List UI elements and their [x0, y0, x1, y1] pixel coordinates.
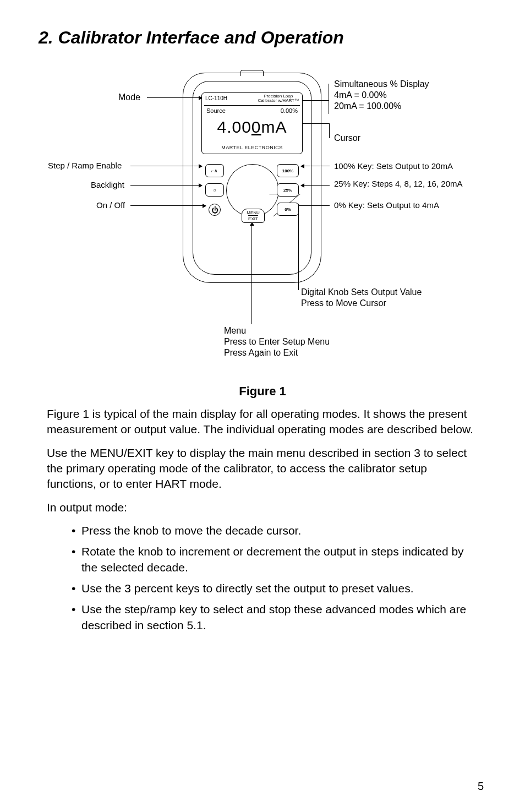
- label-menu-3: Press Again to Exit: [224, 348, 298, 358]
- paragraph-3: In output mode:: [47, 500, 478, 515]
- label-menu-1: Menu: [224, 326, 246, 336]
- screen-mode: Source: [206, 107, 226, 114]
- label-step-ramp: Step / Ramp Enable: [48, 161, 122, 170]
- section-title: 2. Calibrator Interface and Operation: [39, 28, 486, 48]
- screen-brand: MARTEL ELECTRONICS: [202, 145, 302, 150]
- label-onoff: On / Off: [96, 200, 125, 210]
- paragraph-2: Use the MENU/EXIT key to display the mai…: [47, 445, 478, 492]
- label-sim-display-2: 4mA = 0.00%: [334, 90, 387, 100]
- body-text: Figure 1 is typical of the main display …: [47, 406, 478, 633]
- label-backlight: Backlight: [91, 180, 124, 189]
- label-cursor: Cursor: [334, 133, 360, 143]
- label-menu-2: Press to Enter Setup Menu: [224, 337, 330, 347]
- screen-main-value: 4.000mA: [202, 118, 302, 137]
- page-number: 5: [478, 780, 484, 793]
- label-100-key: 100% Key: Sets Output to 20mA: [334, 161, 453, 171]
- key-25pct[interactable]: 25%: [277, 183, 299, 197]
- step-ramp-key[interactable]: ⌐∧: [205, 164, 224, 177]
- screen-model: LC-110H: [205, 95, 227, 101]
- figure-1: Mode Step / Ramp Enable Backlight On / O…: [42, 62, 483, 381]
- label-sim-display-3: 20mA = 100.00%: [334, 101, 401, 111]
- key-0pct[interactable]: 0%: [277, 203, 299, 216]
- device-screen: LC-110H Precision Loop Calibrator w/HART…: [201, 92, 303, 154]
- power-key[interactable]: ⏻: [209, 204, 221, 216]
- label-0-key: 0% Key: Sets Output to 4mA: [334, 200, 439, 210]
- key-100pct[interactable]: 100%: [277, 164, 299, 177]
- screen-percent: 0.00%: [281, 107, 298, 114]
- figure-caption: Figure 1: [39, 384, 486, 399]
- list-item: Use the step/ramp key to select and stop…: [72, 602, 478, 633]
- label-knob-2: Press to Move Cursor: [301, 298, 386, 308]
- backlight-key[interactable]: ☼: [205, 183, 224, 197]
- device-illustration: LC-110H Precision Loop Calibrator w/HART…: [183, 73, 320, 282]
- label-25-key: 25% Key: Steps 4, 8, 12, 16, 20mA: [334, 179, 462, 188]
- label-knob-1: Digital Knob Sets Output Value: [301, 287, 422, 297]
- screen-subtitle: Precision Loop Calibrator w/HART™: [258, 94, 299, 103]
- menu-exit-key[interactable]: MENU EXIT: [242, 209, 265, 223]
- bullet-list: Press the knob to move the decade cursor…: [47, 523, 478, 633]
- paragraph-1: Figure 1 is typical of the main display …: [47, 406, 478, 438]
- list-item: Rotate the knob to increment or decremen…: [72, 544, 478, 575]
- label-mode: Mode: [118, 92, 140, 102]
- list-item: Press the knob to move the decade cursor…: [72, 523, 478, 538]
- list-item: Use the 3 percent keys to directly set t…: [72, 581, 478, 596]
- label-sim-display-1: Simultaneous % Display: [334, 79, 429, 89]
